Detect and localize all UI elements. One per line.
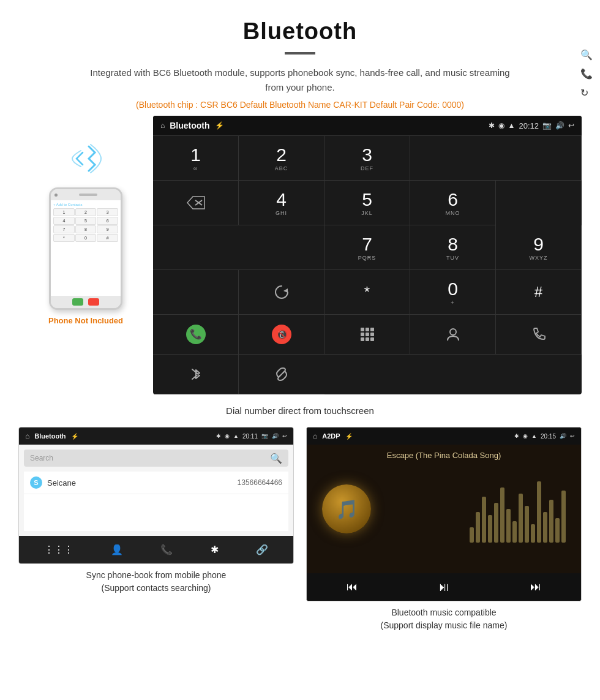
dial-key-1[interactable]: 1 ∞	[153, 136, 239, 181]
dial-key-8[interactable]: 8 TUV	[410, 225, 496, 270]
dial-time: 20:12	[519, 121, 539, 130]
page-header: Bluetooth Integrated with BC6 Bluetooth …	[0, 0, 600, 116]
phone-dot	[54, 194, 58, 197]
pb-toolbar-contacts-icon[interactable]: 👤	[111, 544, 123, 555]
svg-rect-12	[366, 333, 369, 336]
music-song-title: Escape (The Pina Colada Song)	[313, 451, 575, 460]
phone-key-0: 0	[75, 234, 97, 242]
music-title-bar: Escape (The Pina Colada Song)	[307, 445, 581, 463]
dial-bluetooth-button[interactable]	[153, 355, 239, 394]
dial-key-7[interactable]: 7 PQRS	[324, 225, 410, 270]
music-home-icon: ⌂	[313, 432, 317, 440]
phone-key-5: 5	[75, 217, 97, 225]
dial-key-9[interactable]: 9 WXYZ	[496, 225, 582, 270]
dial-key-star[interactable]: *	[324, 270, 410, 315]
dial-call-button[interactable]: 📞	[153, 315, 239, 355]
music-album-art: 🎵	[322, 484, 371, 533]
music-bar	[537, 481, 541, 543]
dial-empty-3a	[153, 270, 239, 315]
dial-key-6[interactable]: 6 MNO	[410, 181, 496, 225]
header-specs: (Bluetooth chip : CSR BC6 Default Blueto…	[24, 100, 576, 110]
music-bar	[476, 512, 480, 543]
phone-not-included-label: Phone Not Included	[48, 316, 123, 325]
pb-sig-icon: ▲	[233, 433, 239, 439]
dial-key-5[interactable]: 5 JKL	[324, 181, 410, 225]
grid-icon	[360, 327, 375, 342]
dial-redial-button[interactable]	[239, 270, 324, 315]
phonebook-screenshot: ⌂ Bluetooth ⚡ ✱ ◉ ▲ 20:11 📷 🔊 ↩	[18, 427, 294, 564]
pb-toolbar-link-icon[interactable]: 🔗	[256, 544, 268, 555]
back-icon: ↩	[568, 121, 574, 130]
dial-title: Bluetooth	[170, 121, 209, 130]
bluetooth-waves-icon	[67, 140, 104, 183]
music-next-icon[interactable]: ⏭	[530, 581, 541, 593]
music-item: ⌂ A2DP ⚡ ✱ ◉ ▲ 20:15 🔊 ↩ Escape (	[306, 427, 582, 632]
pb-toolbar-grid-icon[interactable]: ⋮⋮⋮	[44, 544, 73, 555]
dial-end-button[interactable]: 📵	[239, 315, 324, 355]
music-bar	[506, 509, 511, 543]
contact-number: 13566664466	[238, 478, 282, 487]
phone-key-8: 8	[75, 225, 97, 233]
music-sig-icon: ▲	[531, 433, 537, 439]
dial-link-button[interactable]	[239, 355, 324, 394]
music-usb-icon: ⚡	[345, 433, 353, 440]
music-play-icon[interactable]: ⏯	[438, 580, 450, 594]
svg-marker-0	[187, 197, 204, 209]
dial-statusbar-right: ✱ ◉ ▲ 20:12 📷 🔊 ↩	[489, 121, 574, 130]
camera-icon: 📷	[542, 121, 552, 130]
header-divider	[285, 52, 315, 55]
pb-usb-icon: ⚡	[71, 433, 78, 440]
dial-backspace-button[interactable]	[153, 181, 239, 225]
music-note-icon: 🎵	[336, 499, 358, 520]
phone-bottom-bar	[51, 296, 121, 308]
main-content: + Add to Contacts 1 2 3 4 5 6 7 8 9 * 0 …	[0, 116, 600, 632]
svg-rect-9	[366, 328, 369, 331]
search-icon: 🔍	[270, 453, 282, 464]
dial-phone-button[interactable]	[496, 315, 582, 355]
music-main-area: 🎵	[313, 469, 575, 549]
bluetooth-icon	[189, 366, 203, 382]
phone-key-star: *	[53, 234, 75, 242]
dial-key-3[interactable]: 3 DEF	[324, 136, 410, 181]
phonebook-empty-space	[24, 494, 288, 531]
dial-key-4[interactable]: 4 GHI	[239, 181, 324, 225]
svg-rect-11	[361, 333, 364, 336]
phonebook-search-bar[interactable]: Search 🔍	[24, 450, 288, 467]
home-icon: ⌂	[160, 121, 165, 130]
pb-toolbar-phone-icon[interactable]: 📞	[160, 544, 173, 555]
music-bar	[525, 506, 529, 543]
music-bar	[531, 524, 535, 543]
call-icon: 📞	[186, 325, 206, 344]
dial-screen: ⌂ Bluetooth ⚡ ✱ ◉ ▲ 20:12 📷 🔊 ↩	[153, 116, 582, 394]
music-vol-icon: 🔊	[560, 433, 566, 439]
dial-grid-button[interactable]	[324, 315, 410, 355]
header-description: Integrated with BC6 Bluetooth module, su…	[86, 66, 514, 95]
phone-keypad: 1 2 3 4 5 6 7 8 9 * 0 #	[53, 208, 118, 242]
dial-key-hash[interactable]: #	[496, 270, 582, 315]
contacts-icon	[445, 326, 461, 342]
bluetooth-status-icon: ✱	[489, 121, 495, 130]
contact-avatar: S	[30, 476, 42, 489]
dial-display	[410, 136, 582, 181]
dial-statusbar: ⌂ Bluetooth ⚡ ✱ ◉ ▲ 20:12 📷 🔊 ↩	[153, 116, 582, 135]
dial-key-2[interactable]: 2 ABC	[239, 136, 324, 181]
pb-bt-icon: ✱	[216, 433, 221, 439]
music-bar	[561, 491, 566, 543]
pb-home-icon: ⌂	[25, 432, 29, 440]
pb-toolbar-bt-icon[interactable]: ✱	[211, 544, 219, 555]
dial-contacts-button[interactable]	[410, 315, 496, 355]
music-prev-icon[interactable]: ⏮	[347, 581, 358, 593]
svg-rect-8	[361, 328, 364, 331]
usb-icon: ⚡	[215, 121, 224, 130]
music-controls: ⏮ ⏯ ⏭	[307, 573, 581, 601]
phone-key-3: 3	[97, 208, 118, 216]
phone-speaker	[79, 194, 97, 196]
bottom-section: ⌂ Bluetooth ⚡ ✱ ◉ ▲ 20:11 📷 🔊 ↩	[12, 427, 588, 632]
phonebook-caption: Sync phone-book from mobile phone (Suppo…	[18, 569, 294, 595]
phonebook-contact[interactable]: S Seicane 13566664466	[24, 472, 288, 494]
music-bar	[488, 515, 492, 543]
dial-key-0[interactable]: 0 +	[410, 270, 496, 315]
svg-text:📵: 📵	[276, 329, 287, 340]
music-loc-icon: ◉	[523, 433, 528, 439]
dial-statusbar-left: ⌂ Bluetooth ⚡	[160, 121, 224, 130]
